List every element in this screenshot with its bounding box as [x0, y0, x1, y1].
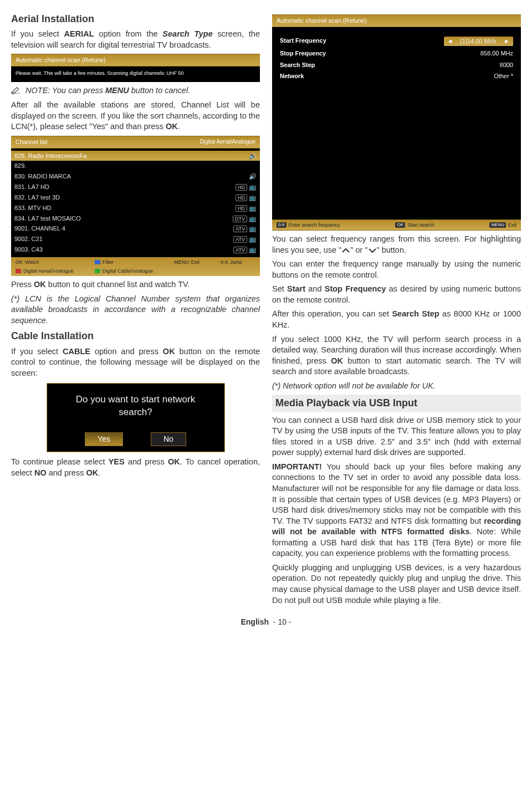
heading-cable-installation: Cable Installation — [11, 329, 260, 343]
heading-media-playback: Media Playback via USB Input — [272, 395, 521, 411]
after-scan-text: After all the available stations are sto… — [11, 100, 260, 132]
list-item: 9001. CHANNEL 4ATV 📺 — [11, 223, 260, 234]
cable-intro: If you select CABLE option and press OK … — [11, 346, 260, 379]
dialog-no-button: No — [151, 432, 186, 446]
search-step-text: After this operation, you can set Search… — [272, 309, 521, 330]
screenshot-channel-list: Channel list Digital Aerial/Analogue 828… — [11, 136, 260, 277]
continue-text: To continue please select YES and press … — [11, 457, 260, 478]
usb-para2: IMPORTANT! You should back up your files… — [272, 462, 521, 559]
pencil-icon — [11, 86, 21, 94]
note-menu-cancel: NOTE: You can press MENU button to cance… — [11, 85, 260, 96]
usb-para3: Quickly plugging and unplugging USB devi… — [272, 563, 521, 606]
list-item: 830. RADIO MARCA🔊 — [11, 171, 260, 182]
usb-para1: You can connect a USB hard disk drive or… — [272, 415, 521, 458]
set-freq-text: Set Start and Stop Frequency as desired … — [272, 284, 521, 305]
screenshot-freq-scan: Automatic channel scan (Retune) Start Fr… — [272, 14, 521, 231]
list-item: 832. LA7 test 3DHD 📺 — [11, 192, 260, 203]
list-item: 829. — [11, 161, 260, 171]
channel-list-rows: 828. Radio IntereconomFa🔊 829. 830. RADI… — [11, 149, 260, 257]
list-item: 9002. C21ATV 📺 — [11, 234, 260, 244]
screenshot-network-search-dialog: Do you want to start network search? Yes… — [47, 383, 225, 452]
list-item: 831. LA7 HDHD 📺 — [11, 182, 260, 192]
thousand-khz-text: If you select 1000 KHz, the TV will perf… — [272, 334, 521, 377]
aerial-intro: If you select AERIAL option from the Sea… — [11, 29, 260, 50]
network-footnote: (*) Network option will not be available… — [272, 381, 521, 392]
list-item: 9003. C43ATV 📺 — [11, 244, 260, 255]
lcn-footnote: (*) LCN is the Logical Channel Number sy… — [11, 294, 260, 326]
list-item: 834. LA7 test MOSAICODTV 📺 — [11, 213, 260, 224]
chevron-up-icon — [341, 248, 350, 253]
chevron-down-icon — [368, 248, 377, 253]
heading-aerial-installation: Aerial Installation — [11, 12, 260, 25]
freq-range-text: You can select frequency ranges from thi… — [272, 234, 521, 255]
screenshot-retune-progress: Automatic channel scan (Retune) Please w… — [11, 54, 260, 82]
manual-freq-text: You can enter the frequency range manual… — [272, 259, 521, 280]
list-item: 828. Radio IntereconomFa🔊 — [11, 151, 260, 161]
list-item: 833. MTV HDHD 📺 — [11, 203, 260, 213]
press-ok-text: Press OK button to quit channel list and… — [11, 279, 260, 290]
page-footer: English - 10 - — [11, 617, 521, 627]
dialog-yes-button: Yes — [85, 432, 123, 446]
